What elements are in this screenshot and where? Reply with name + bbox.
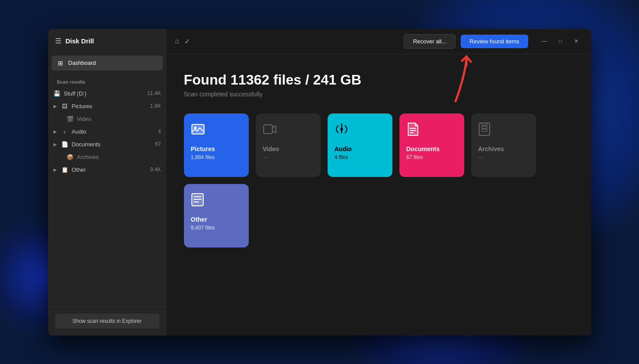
video-card-icon — [263, 122, 314, 139]
content-area: Found 11362 files / 241 GB Scan complete… — [166, 54, 591, 336]
other-count: 9.4K — [150, 166, 161, 173]
card-video[interactable]: Video — — [256, 113, 321, 177]
review-found-button[interactable]: Review found items — [461, 35, 528, 48]
video-card-count: — — [263, 154, 314, 160]
pictures-card-icon — [191, 122, 242, 139]
svg-point-2 — [194, 127, 197, 129]
other-card-count: 9,407 files — [191, 225, 242, 231]
audio-label: Audio — [72, 128, 155, 135]
archives-icon: 📦 — [67, 154, 74, 160]
scan-status: Scan completed successfully — [184, 91, 574, 98]
show-in-explorer-button[interactable]: Show scan results in Explorer — [55, 314, 159, 329]
expand-audio-icon: ▶ — [53, 129, 57, 134]
archives-card-label: Archives — [478, 145, 529, 152]
svg-rect-11 — [482, 129, 487, 131]
documents-card-count: 67 files — [406, 154, 457, 160]
menu-icon[interactable]: ☰ — [55, 37, 61, 45]
pictures-card-label: Pictures — [191, 145, 242, 152]
pictures-label: Pictures — [72, 103, 147, 110]
documents-label: Documents — [72, 141, 152, 148]
scan-items-list: 💾 Stuff (D:) 11.4K ▶ 🖼 Pictures 1.9K 🎬 V… — [48, 87, 166, 176]
dashboard-icon: ⊞ — [57, 60, 64, 67]
documents-count: 67 — [155, 141, 161, 147]
close-button[interactable]: ✕ — [570, 35, 583, 47]
maximize-button[interactable]: □ — [554, 35, 567, 47]
expand-pictures-icon: ▶ — [53, 104, 57, 109]
scan-item-audio[interactable]: ▶ ♪ Audio 4 — [48, 125, 166, 138]
card-documents[interactable]: Documents 67 files — [399, 113, 464, 177]
card-archives[interactable]: Archives — — [471, 113, 536, 177]
sidebar-item-dashboard[interactable]: ⊞ Dashboard — [52, 56, 163, 71]
app-window: ☰ Disk Drill ⊞ Dashboard Scan results 💾 … — [48, 29, 591, 336]
found-files-title: Found 11362 files / 241 GB — [184, 72, 574, 88]
dashboard-label: Dashboard — [68, 60, 96, 66]
documents-card-label: Documents — [406, 145, 457, 152]
svg-rect-10 — [482, 126, 487, 128]
recover-all-button[interactable]: Recover all... — [404, 34, 455, 49]
hdd-icon: 💾 — [53, 90, 60, 97]
top-bar: ⌂ ✓ Recover all... Review found items — … — [166, 29, 591, 54]
scan-item-other[interactable]: ▶ 📋 Other 9.4K — [48, 163, 166, 176]
other-card-icon — [191, 193, 242, 210]
sidebar-header: ☰ Disk Drill — [48, 29, 166, 53]
scan-item-video[interactable]: 🎬 Video — [48, 113, 166, 125]
pictures-card-count: 1,884 files — [191, 154, 242, 160]
audio-card-count: 4 files — [335, 154, 385, 160]
audio-count: 4 — [158, 128, 161, 134]
video-icon: 🎬 — [67, 116, 74, 122]
home-icon[interactable]: ⌂ — [175, 37, 180, 45]
card-pictures[interactable]: Pictures 1,884 files — [184, 113, 249, 177]
card-audio[interactable]: Audio 4 files — [328, 113, 392, 177]
archives-label: Archives — [77, 154, 161, 160]
category-cards-grid: Pictures 1,884 files Video — — [184, 113, 574, 247]
scan-results-label: Scan results — [48, 73, 166, 87]
documents-card-icon — [406, 122, 457, 139]
audio-card-icon — [335, 122, 385, 139]
scan-item-stuff[interactable]: 💾 Stuff (D:) 11.4K — [48, 87, 166, 100]
scan-item-documents[interactable]: ▶ 📄 Documents 67 — [48, 138, 166, 151]
pictures-count: 1.9K — [150, 103, 161, 109]
check-icon[interactable]: ✓ — [184, 37, 190, 46]
stuff-label: Stuff (D:) — [64, 90, 144, 97]
main-content: ⌂ ✓ Recover all... Review found items — … — [166, 29, 591, 336]
sidebar: ☰ Disk Drill ⊞ Dashboard Scan results 💾 … — [48, 29, 166, 336]
sidebar-nav: ⊞ Dashboard — [48, 53, 166, 73]
window-controls: — □ ✕ — [539, 35, 583, 47]
app-title: Disk Drill — [66, 37, 94, 45]
minimize-button[interactable]: — — [539, 35, 551, 47]
svg-rect-3 — [264, 125, 272, 134]
scan-item-archives[interactable]: 📦 Archives — [48, 151, 166, 163]
other-label: Other — [72, 166, 147, 173]
archives-card-count: — — [478, 154, 529, 160]
archives-card-icon — [478, 122, 529, 139]
expand-docs-icon: ▶ — [53, 142, 57, 147]
audio-card-label: Audio — [335, 145, 385, 152]
svg-point-4 — [340, 128, 343, 131]
svg-rect-9 — [482, 123, 487, 125]
stuff-count: 11.4K — [147, 90, 161, 96]
video-card-label: Video — [263, 145, 314, 152]
sidebar-footer: Show scan results in Explorer — [48, 306, 166, 336]
other-card-label: Other — [191, 216, 242, 223]
expand-other-icon: ▶ — [53, 167, 57, 172]
other-icon: 📋 — [61, 166, 68, 173]
svg-rect-0 — [192, 124, 204, 134]
scan-item-pictures[interactable]: ▶ 🖼 Pictures 1.9K — [48, 100, 166, 113]
card-other[interactable]: Other 9,407 files — [184, 184, 249, 247]
pictures-icon: 🖼 — [61, 103, 68, 110]
documents-icon: 📄 — [61, 141, 68, 148]
audio-icon: ♪ — [61, 128, 68, 135]
video-label: Video — [77, 116, 161, 122]
